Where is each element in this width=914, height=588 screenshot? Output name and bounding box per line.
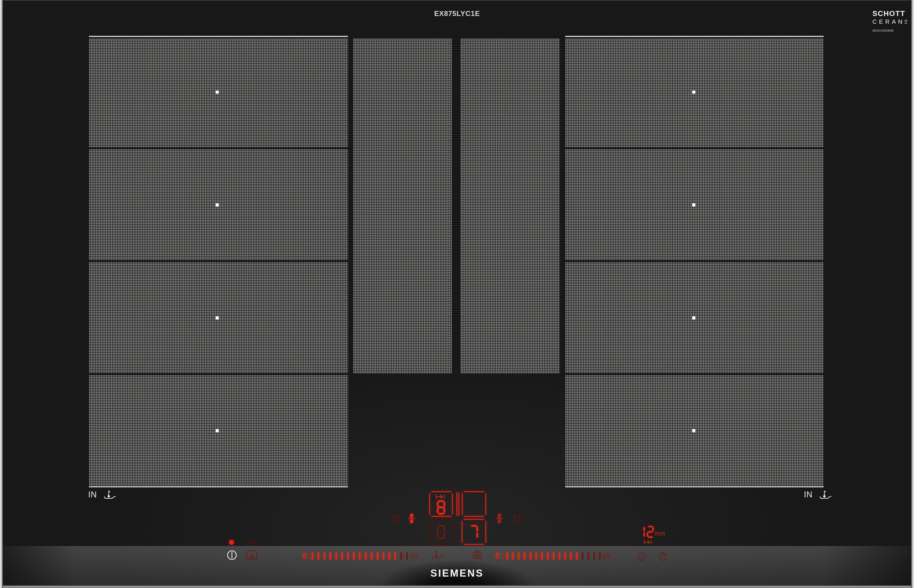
arrow-to-bar-icon [643, 540, 652, 544]
stopwatch-icon[interactable] [658, 551, 668, 562]
center-left-strip [353, 38, 452, 373]
induction-cooktop-surface: EX875LYC1E SCHOTT CERAN® 9001050896 IN I… [0, 0, 914, 588]
key-icon[interactable] [246, 539, 258, 546]
stacked-squares-icon[interactable] [408, 513, 415, 524]
pot-position-marker [692, 204, 695, 206]
center-right-strip [460, 38, 560, 373]
level-digit [470, 525, 478, 539]
zone-divider-bars [459, 492, 459, 516]
arrow-to-bar-icon [436, 494, 445, 499]
boost-label[interactable]: b [413, 551, 418, 560]
pan-thermometer-icon [819, 489, 832, 500]
right-bezel [911, 0, 914, 588]
move-vertical-icon[interactable] [392, 514, 400, 523]
pot-position-marker [216, 429, 219, 432]
boost-label[interactable]: b [606, 551, 611, 560]
timer-unit-label: min [655, 530, 665, 537]
right-zone-top-line [565, 36, 824, 37]
schott-ceran-logo: SCHOTT CERAN® 9001050896 [872, 10, 907, 32]
pan-thermometer-icon [103, 489, 116, 500]
brand-logo: SIEMENS [0, 567, 914, 579]
pot-position-marker [216, 317, 219, 319]
power-status-led [229, 540, 234, 544]
left-induction-label: IN [88, 490, 97, 499]
hand-wipe-icon[interactable] [246, 550, 257, 560]
slider-zero-label: 0 [495, 551, 500, 561]
pot-position-marker [216, 204, 219, 206]
power-icon[interactable] [226, 549, 238, 561]
zone-divider-bars [456, 492, 457, 516]
slider-end-line [604, 553, 604, 560]
slider-start-line [309, 553, 310, 560]
clock-icon[interactable] [637, 552, 647, 562]
slider-start-line [502, 553, 502, 560]
timer-digits [638, 526, 654, 538]
approval-number: 9001050896 [872, 29, 907, 32]
pot-position-marker [216, 90, 219, 94]
level-digit [437, 525, 445, 539]
slider-tick-track[interactable] [506, 552, 601, 560]
slider-tick-track[interactable] [312, 552, 408, 560]
slider-end-line [412, 553, 412, 560]
stacked-squares-icon[interactable] [496, 513, 503, 524]
move-vertical-icon[interactable] [514, 514, 521, 523]
registered-trademark: ® [904, 19, 907, 24]
ceran-wordmark: CERAN® [872, 17, 907, 25]
pot-position-marker [692, 90, 695, 94]
control-strip [3, 546, 911, 586]
pot-position-marker [692, 317, 695, 319]
level-digit [437, 500, 445, 515]
left-zone-top-line [89, 36, 348, 37]
slider-zero-label: 0 [302, 551, 307, 561]
left-bezel [0, 0, 3, 588]
right-zone-bottom-line [565, 486, 824, 487]
pan-thermometer-icon[interactable] [431, 550, 443, 560]
model-number: EX875LYC1E [0, 10, 914, 18]
right-induction-label: IN [804, 490, 812, 499]
top-bezel [0, 0, 914, 1]
schott-wordmark: SCHOTT [872, 10, 907, 17]
pot-position-marker [692, 429, 695, 432]
pot-steam-icon[interactable] [473, 550, 482, 560]
left-zone-bottom-line [89, 486, 348, 487]
bottom-bezel [0, 585, 914, 588]
